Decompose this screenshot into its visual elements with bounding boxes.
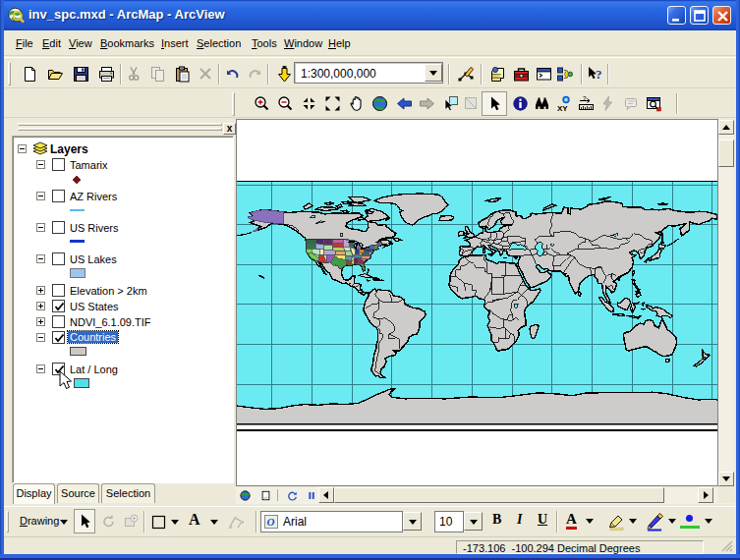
svg-text:O: O	[267, 516, 275, 528]
svg-text:2: 2	[583, 95, 587, 102]
svg-text:?: ?	[596, 67, 602, 82]
svg-text:XY: XY	[557, 104, 568, 113]
